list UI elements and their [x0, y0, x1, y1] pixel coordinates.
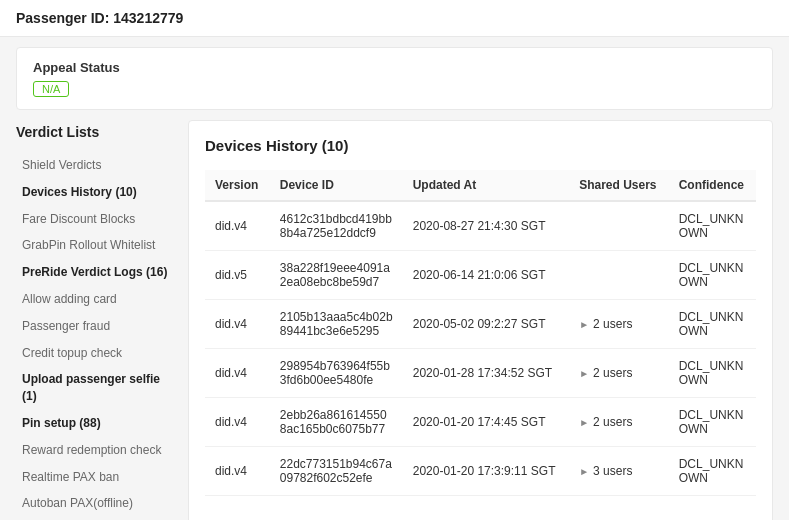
- row-4-users-link[interactable]: ► 2 users: [579, 415, 659, 429]
- table-header: Version Device ID Updated At Shared User…: [205, 170, 756, 201]
- sidebar-item-9[interactable]: Pin setup (88): [16, 410, 176, 437]
- table-row: did.v538a228f19eee4091a2ea08ebc8be59d720…: [205, 251, 756, 300]
- chevron-icon: ►: [579, 319, 589, 330]
- row-3-confidence: DCL_UNKNOWN: [669, 349, 756, 398]
- row-3-users-link[interactable]: ► 2 users: [579, 366, 659, 380]
- passenger-id: Passenger ID: 143212779: [16, 10, 183, 26]
- table-row: did.v44612c31bdbcd419bb8b4a725e12ddcf920…: [205, 201, 756, 251]
- sidebar-items: Shield VerdictsDevices History (10)Fare …: [16, 152, 176, 520]
- sidebar-item-6[interactable]: Passenger fraud: [16, 313, 176, 340]
- row-5-device-id: 22dc773151b94c67a09782f602c52efe: [270, 447, 403, 496]
- row-4-updated-at: 2020-01-20 17:4:45 SGT: [403, 398, 569, 447]
- sidebar-item-10[interactable]: Reward redemption check: [16, 437, 176, 464]
- row-0-updated-at: 2020-08-27 21:4:30 SGT: [403, 201, 569, 251]
- sidebar-item-5[interactable]: Allow adding card: [16, 286, 176, 313]
- row-2-shared-users[interactable]: ► 2 users: [569, 300, 669, 349]
- sidebar-item-2[interactable]: Fare Discount Blocks: [16, 206, 176, 233]
- col-confidence: Confidence: [669, 170, 756, 201]
- row-1-shared-users: [569, 251, 669, 300]
- page-header: Passenger ID: 143212779: [0, 0, 789, 37]
- sidebar-item-7[interactable]: Credit topup check: [16, 340, 176, 367]
- chevron-icon: ►: [579, 417, 589, 428]
- col-updated-at: Updated At: [403, 170, 569, 201]
- appeal-status-badge: N/A: [33, 81, 69, 97]
- row-5-confidence: DCL_UNKNOWN: [669, 447, 756, 496]
- sidebar: Verdict Lists Shield VerdictsDevices His…: [16, 120, 176, 520]
- row-0-version: did.v4: [205, 201, 270, 251]
- chevron-icon: ►: [579, 466, 589, 477]
- row-5-users-link[interactable]: ► 3 users: [579, 464, 659, 478]
- verdict-lists-title: Verdict Lists: [16, 120, 176, 144]
- main-layout: Verdict Lists Shield VerdictsDevices His…: [16, 120, 773, 520]
- row-4-version: did.v4: [205, 398, 270, 447]
- row-3-updated-at: 2020-01-28 17:34:52 SGT: [403, 349, 569, 398]
- content-panel: Devices History (10) Version Device ID U…: [188, 120, 773, 520]
- row-1-updated-at: 2020-06-14 21:0:06 SGT: [403, 251, 569, 300]
- sidebar-item-0[interactable]: Shield Verdicts: [16, 152, 176, 179]
- row-0-device-id: 4612c31bdbcd419bb8b4a725e12ddcf9: [270, 201, 403, 251]
- row-2-updated-at: 2020-05-02 09:2:27 SGT: [403, 300, 569, 349]
- table-row: did.v4298954b763964f55b3fd6b00ee5480fe20…: [205, 349, 756, 398]
- row-2-device-id: 2105b13aaa5c4b02b89441bc3e6e5295: [270, 300, 403, 349]
- row-3-shared-users[interactable]: ► 2 users: [569, 349, 669, 398]
- row-0-shared-users: [569, 201, 669, 251]
- col-device-id: Device ID: [270, 170, 403, 201]
- table-row: did.v422dc773151b94c67a09782f602c52efe20…: [205, 447, 756, 496]
- sidebar-item-4[interactable]: PreRide Verdict Logs (16): [16, 259, 176, 286]
- appeal-status-box: Appeal Status N/A: [16, 47, 773, 110]
- sidebar-item-1[interactable]: Devices History (10): [16, 179, 176, 206]
- devices-table: Version Device ID Updated At Shared User…: [205, 170, 756, 496]
- row-5-version: did.v4: [205, 447, 270, 496]
- table-row: did.v42105b13aaa5c4b02b89441bc3e6e529520…: [205, 300, 756, 349]
- appeal-status-label: Appeal Status: [33, 60, 756, 75]
- chevron-icon: ►: [579, 368, 589, 379]
- sidebar-item-12[interactable]: Autoban PAX(offline): [16, 490, 176, 517]
- table-body: did.v44612c31bdbcd419bb8b4a725e12ddcf920…: [205, 201, 756, 496]
- row-3-device-id: 298954b763964f55b3fd6b00ee5480fe: [270, 349, 403, 398]
- row-1-confidence: DCL_UNKNOWN: [669, 251, 756, 300]
- content-title: Devices History (10): [205, 137, 756, 154]
- sidebar-item-3[interactable]: GrabPin Rollout Whitelist: [16, 232, 176, 259]
- row-1-device-id: 38a228f19eee4091a2ea08ebc8be59d7: [270, 251, 403, 300]
- sidebar-item-8[interactable]: Upload passenger selfie (1): [16, 366, 176, 410]
- col-version: Version: [205, 170, 270, 201]
- col-shared-users: Shared Users: [569, 170, 669, 201]
- table-header-row: Version Device ID Updated At Shared User…: [205, 170, 756, 201]
- row-4-confidence: DCL_UNKNOWN: [669, 398, 756, 447]
- sidebar-item-11[interactable]: Realtime PAX ban: [16, 464, 176, 491]
- row-2-version: did.v4: [205, 300, 270, 349]
- row-0-confidence: DCL_UNKNOWN: [669, 201, 756, 251]
- row-4-device-id: 2ebb26a8616145508ac165b0c6075b77: [270, 398, 403, 447]
- row-1-version: did.v5: [205, 251, 270, 300]
- table-row: did.v42ebb26a8616145508ac165b0c6075b7720…: [205, 398, 756, 447]
- row-2-users-link[interactable]: ► 2 users: [579, 317, 659, 331]
- row-3-version: did.v4: [205, 349, 270, 398]
- row-4-shared-users[interactable]: ► 2 users: [569, 398, 669, 447]
- row-5-updated-at: 2020-01-20 17:3:9:11 SGT: [403, 447, 569, 496]
- row-5-shared-users[interactable]: ► 3 users: [569, 447, 669, 496]
- row-2-confidence: DCL_UNKNOWN: [669, 300, 756, 349]
